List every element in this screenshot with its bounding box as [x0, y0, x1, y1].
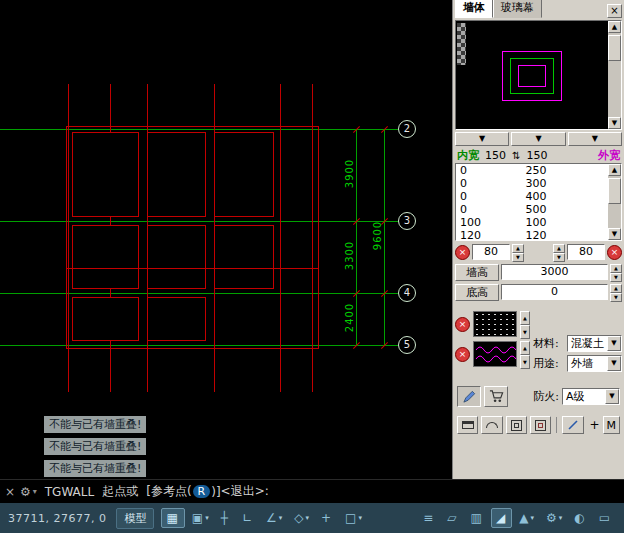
status-bar: 37711, 27677, 0 模型 ▦ ▣▾ ┼ ∟ ∠▾ ◇▾ + □▾ ≡…: [0, 503, 624, 533]
isodraft-icon[interactable]: ◇▾: [289, 508, 314, 528]
base-height-button[interactable]: 底高: [455, 284, 499, 301]
wall-height-field[interactable]: 3000: [501, 264, 608, 280]
cart-tool-button[interactable]: [484, 386, 508, 407]
fire-select[interactable]: A级 ▼: [562, 388, 620, 405]
door-icon: [535, 420, 546, 431]
close-icon[interactable]: ×: [607, 4, 622, 18]
clean-screen-icon[interactable]: ▭: [594, 508, 617, 528]
combo-dropdown-icon[interactable]: ▼: [511, 132, 565, 146]
window-tool-button[interactable]: [506, 416, 527, 434]
grid-icon[interactable]: ▦: [161, 508, 184, 528]
fire-rating-row: 防火: A级 ▼: [457, 385, 620, 407]
delete-hatch-icon[interactable]: ×: [455, 317, 470, 332]
spin-up-icon[interactable]: ▲: [553, 244, 565, 253]
scroll-up-icon[interactable]: ▲: [608, 21, 621, 33]
width-list-item[interactable]: 0 400: [456, 190, 621, 203]
model-space-button[interactable]: 模型: [116, 508, 154, 529]
close-icon[interactable]: ×: [0, 485, 20, 499]
spin-down-icon[interactable]: ▼: [512, 253, 524, 262]
draw-wall-tool-button[interactable]: [457, 386, 481, 407]
workspace-gear-icon[interactable]: ⚙▾: [541, 508, 567, 528]
scroll-thumb[interactable]: [608, 35, 621, 61]
width-list-item[interactable]: 100 100: [456, 216, 621, 229]
combo-dropdown-icon[interactable]: ▼: [455, 132, 509, 146]
base-height-field[interactable]: 0: [501, 284, 608, 300]
chevron-down-icon[interactable]: ▾: [33, 487, 37, 496]
tab-wall[interactable]: 墙体: [455, 0, 493, 18]
left-width-spinner[interactable]: 80: [472, 244, 510, 260]
material-row: 材料: 混凝土 ▼: [533, 335, 622, 352]
swatch-down-icon[interactable]: ▼: [520, 355, 530, 369]
preview-scrollbar[interactable]: ▲ ▼: [608, 21, 621, 129]
delete-left-width-icon[interactable]: ×: [455, 245, 470, 260]
chevron-down-icon[interactable]: ▼: [607, 336, 621, 351]
swap-icon[interactable]: ⇅: [512, 150, 520, 161]
m-mode-button[interactable]: M: [603, 416, 620, 434]
swatch-down-icon[interactable]: ▼: [520, 325, 530, 339]
object-snap-icon[interactable]: □▾: [340, 508, 367, 528]
usage-select[interactable]: 外墙 ▼: [567, 355, 622, 372]
list-scrollbar[interactable]: ▲ ▼: [608, 164, 621, 240]
spin-down-icon[interactable]: ▼: [553, 253, 565, 262]
outer-width-label: 外宽: [598, 148, 620, 163]
outer-width-value: 150: [526, 149, 547, 162]
wall-preview-canvas[interactable]: ▲ ▼: [455, 20, 622, 130]
annotation-scale-icon[interactable]: ▲▾: [514, 508, 539, 528]
snap-mode-icon[interactable]: ▣▾: [187, 508, 214, 528]
scroll-down-icon[interactable]: ▼: [608, 117, 621, 129]
spin-down-icon[interactable]: ▼: [610, 273, 622, 282]
spin-up-icon[interactable]: ▲: [610, 284, 622, 293]
drawing-canvas[interactable]: 3900 3300 2400 9600 2 3 4 5 不能与已有墙重叠! 不能…: [0, 0, 452, 479]
wall-room-rect: [72, 132, 139, 217]
width-list-item[interactable]: 0 250: [456, 164, 621, 177]
sketch-tool-button[interactable]: [562, 416, 583, 434]
furniture-tool-button[interactable]: [457, 416, 478, 434]
isolate-objects-icon[interactable]: ◐: [569, 508, 591, 528]
status-right-icons: ≡ ▱ ▥ ◢ ▲▾ ⚙▾ ◐ ▭: [417, 508, 624, 528]
inner-cell: 0: [460, 177, 506, 190]
delete-insulation-icon[interactable]: ×: [455, 347, 470, 362]
arc-wall-tool-button[interactable]: [481, 416, 502, 434]
wall-room-rect: [147, 225, 206, 289]
command-line[interactable]: × ⚙ ▾ TGWALL 起点或 [参考点( R )] <退出>:: [0, 479, 624, 503]
wall-height-button[interactable]: 墙高: [455, 264, 499, 281]
scroll-down-icon[interactable]: ▼: [608, 228, 621, 240]
wrench-icon[interactable]: ⚙: [20, 485, 31, 499]
combo-dropdown-icon[interactable]: ▼: [568, 132, 622, 146]
delete-right-width-icon[interactable]: ×: [607, 245, 622, 260]
width-list-item[interactable]: 0 300: [456, 177, 621, 190]
sofa-icon: [462, 421, 474, 429]
tab-curtain-wall[interactable]: 玻璃幕: [493, 0, 542, 18]
material-select[interactable]: 混凝土 ▼: [567, 335, 622, 352]
usage-label: 用途:: [533, 356, 567, 371]
width-list-item[interactable]: 0 500: [456, 203, 621, 216]
insulation-pattern-swatch[interactable]: [473, 341, 517, 367]
spin-up-icon[interactable]: ▲: [610, 264, 622, 273]
lineweight-icon[interactable]: ≡: [418, 508, 440, 528]
width-list-item[interactable]: 120 120: [456, 229, 621, 241]
plus-icon[interactable]: +: [590, 418, 600, 432]
ortho-icon[interactable]: ∟: [237, 508, 259, 528]
transparency-icon[interactable]: ▱: [442, 508, 463, 528]
right-width-spinner[interactable]: 80: [567, 244, 605, 260]
width-list[interactable]: 0 250 0 300 0 400 0 500 100 100 120 120 …: [455, 163, 622, 241]
swatch-up-icon[interactable]: ▲: [520, 341, 530, 355]
infer-constraints-icon[interactable]: ┼: [216, 508, 235, 528]
axis-bubble: 4: [398, 284, 416, 302]
dynamic-ucs-icon[interactable]: ◢: [491, 508, 512, 528]
axis-bubble: 5: [398, 336, 416, 354]
door-tool-button[interactable]: [530, 416, 551, 434]
selection-cycling-icon[interactable]: ▥: [466, 508, 489, 528]
scroll-thumb[interactable]: [608, 178, 621, 204]
scroll-up-icon[interactable]: ▲: [608, 164, 621, 176]
swatch-up-icon[interactable]: ▲: [520, 311, 530, 325]
command-option-key[interactable]: R: [193, 485, 211, 498]
spin-down-icon[interactable]: ▼: [610, 293, 622, 302]
osnap-tracking-icon[interactable]: +: [316, 508, 338, 528]
spin-up-icon[interactable]: ▲: [512, 244, 524, 253]
polar-tracking-icon[interactable]: ∠▾: [261, 508, 287, 528]
chevron-down-icon[interactable]: ▼: [605, 389, 619, 404]
hatch-pattern-swatch[interactable]: [473, 311, 517, 337]
chevron-down-icon[interactable]: ▼: [607, 356, 621, 371]
inner-cell: 120: [460, 229, 506, 241]
